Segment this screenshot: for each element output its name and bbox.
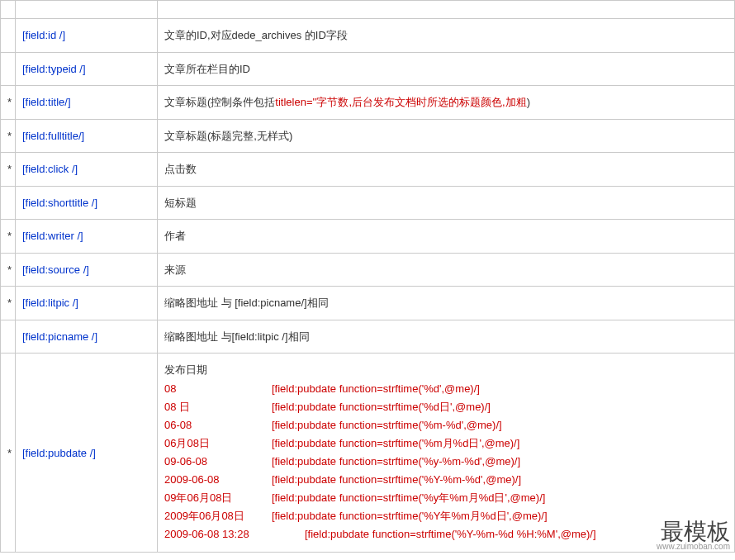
table-body: [field:id /] 文章的ID,对应dede_archives 的ID字段… bbox=[1, 1, 735, 553]
cell-field: [field:id /] bbox=[16, 19, 158, 53]
cell-ast: * bbox=[1, 287, 16, 320]
cell-ast bbox=[1, 1, 16, 19]
cell-field: [field:shorttitle /] bbox=[16, 186, 158, 220]
pubdate-val: [field:pubdate function=strftime('%Y-%m-… bbox=[272, 473, 521, 486]
cell-ast: * bbox=[1, 220, 16, 254]
cell-ast bbox=[1, 19, 16, 53]
table-row: * [field:litpic /] 缩略图地址 与 [field:picnam… bbox=[1, 287, 735, 320]
cell-desc: 缩略图地址 与[field:litpic /]相同 bbox=[158, 320, 735, 354]
table-row: [field:id /] 文章的ID,对应dede_archives 的ID字段 bbox=[1, 19, 735, 53]
table-row: [field:shorttitle /] 短标题 bbox=[1, 186, 735, 220]
fields-table: [field:id /] 文章的ID,对应dede_archives 的ID字段… bbox=[0, 0, 735, 553]
pubdate-key: 09年06月08日 bbox=[164, 489, 272, 507]
cell-field: [field:picname /] bbox=[16, 320, 158, 354]
cell-desc: 点击数 bbox=[158, 153, 735, 187]
pubdate-key: 2009年06月08日 bbox=[164, 507, 272, 525]
pubdate-val: [field:pubdate function=strftime('%Y-%m-… bbox=[305, 528, 596, 540]
cell-desc: 文章的ID,对应dede_archives 的ID字段 bbox=[158, 19, 735, 53]
desc-text-red: titlelen=''字节数,后台发布文档时所选的标题颜色,加粗 bbox=[275, 96, 526, 108]
table-row: * [field:title/] 文章标题(控制条件包括titlelen=''字… bbox=[1, 86, 735, 120]
cell-field: [field:pubdate /] bbox=[16, 354, 158, 553]
pubdate-val: [field:pubdate function=strftime('%Y年%m月… bbox=[272, 510, 548, 522]
pubdate-key: 06-08 bbox=[164, 416, 272, 434]
cell-desc-pubdate: 发布日期 08[field:pubdate function=strftime(… bbox=[158, 354, 735, 553]
table-row: * [field:source /] 来源 bbox=[1, 253, 735, 287]
pubdate-val: [field:pubdate function=strftime('%m月%d日… bbox=[272, 437, 519, 449]
pubdate-line: 08[field:pubdate function=strftime('%d',… bbox=[164, 380, 728, 398]
pubdate-line: 08 日[field:pubdate function=strftime('%d… bbox=[164, 398, 728, 416]
pubdate-line: 2009年06月08日[field:pubdate function=strft… bbox=[164, 507, 728, 525]
cell-desc: 文章标题(控制条件包括titlelen=''字节数,后台发布文档时所选的标题颜色… bbox=[158, 86, 735, 120]
table-row: * [field:writer /] 作者 bbox=[1, 220, 735, 254]
cell-field: [field:writer /] bbox=[16, 220, 158, 254]
pubdate-key: 2009-06-08 13:28 bbox=[164, 525, 305, 543]
cell-desc: 文章标题(标题完整,无样式) bbox=[158, 119, 735, 153]
pubdate-key: 09-06-08 bbox=[164, 453, 272, 471]
pubdate-val: [field:pubdate function=strftime('%d',@m… bbox=[272, 382, 480, 395]
cell-desc: 短标题 bbox=[158, 186, 735, 220]
pubdate-line: 2009-06-08 13:28[field:pubdate function=… bbox=[164, 525, 728, 543]
cell-ast: * bbox=[1, 354, 16, 553]
cell-desc: 文章所在栏目的ID bbox=[158, 52, 735, 86]
pubdate-key: 2009-06-08 bbox=[164, 471, 272, 489]
cell-field: [field:source /] bbox=[16, 253, 158, 287]
pubdate-line: 09年06月08日[field:pubdate function=strftim… bbox=[164, 489, 728, 507]
cell-desc: 作者 bbox=[158, 220, 735, 254]
cell-field: [field:typeid /] bbox=[16, 52, 158, 86]
table-row: * [field:click /] 点击数 bbox=[1, 153, 735, 187]
pubdate-title: 发布日期 bbox=[164, 362, 728, 378]
cell-desc: 来源 bbox=[158, 253, 735, 287]
cell-field bbox=[16, 1, 158, 19]
cell-field: [field:click /] bbox=[16, 153, 158, 187]
cell-ast: * bbox=[1, 253, 16, 287]
pubdate-val: [field:pubdate function=strftime('%y年%m月… bbox=[272, 491, 545, 504]
pubdate-line: 06月08日[field:pubdate function=strftime('… bbox=[164, 434, 728, 453]
cell-desc: 缩略图地址 与 [field:picname/]相同 bbox=[158, 287, 735, 320]
pubdate-line: 06-08[field:pubdate function=strftime('%… bbox=[164, 416, 728, 434]
pubdate-line: 2009-06-08[field:pubdate function=strfti… bbox=[164, 471, 728, 489]
cell-field: [field:title/] bbox=[16, 86, 158, 120]
cell-field: [field:litpic /] bbox=[16, 287, 158, 320]
cell-ast: * bbox=[1, 86, 16, 120]
cell-ast bbox=[1, 320, 16, 354]
cell-ast: * bbox=[1, 119, 16, 153]
pubdate-val: [field:pubdate function=strftime('%m-%d'… bbox=[272, 419, 502, 431]
desc-text-a: 文章标题(控制条件包括 bbox=[164, 96, 275, 108]
cell-ast bbox=[1, 52, 16, 86]
pubdate-val: [field:pubdate function=strftime('%d日',@… bbox=[272, 401, 491, 413]
table-row-pubdate: * [field:pubdate /] 发布日期 08[field:pubdat… bbox=[1, 354, 735, 553]
pubdate-key: 06月08日 bbox=[164, 434, 272, 453]
table-row: [field:typeid /] 文章所在栏目的ID bbox=[1, 52, 735, 86]
cell-field: [field:fulltitle/] bbox=[16, 119, 158, 153]
desc-text-c: ) bbox=[527, 96, 530, 108]
cell-ast: * bbox=[1, 153, 16, 187]
pubdate-key: 08 日 bbox=[164, 398, 272, 416]
pubdate-key: 08 bbox=[164, 380, 272, 398]
table-row: [field:picname /] 缩略图地址 与[field:litpic /… bbox=[1, 320, 735, 354]
pubdate-val: [field:pubdate function=strftime('%y-%m-… bbox=[272, 455, 520, 467]
table-row: * [field:fulltitle/] 文章标题(标题完整,无样式) bbox=[1, 119, 735, 153]
pubdate-line: 09-06-08[field:pubdate function=strftime… bbox=[164, 453, 728, 471]
table-row bbox=[1, 1, 735, 19]
cell-desc bbox=[158, 1, 735, 19]
cell-ast bbox=[1, 186, 16, 220]
